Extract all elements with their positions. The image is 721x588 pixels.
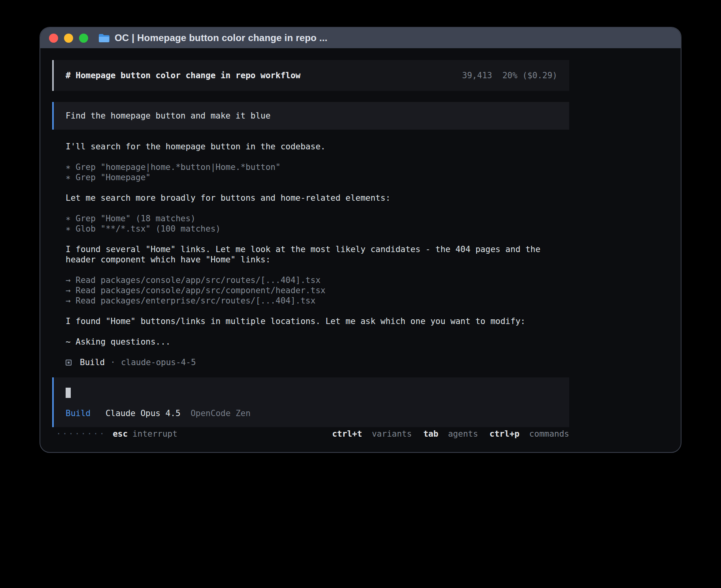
traffic-lights: [49, 34, 88, 43]
folder-icon: [98, 34, 109, 43]
tool-call-glob: ∗ Glob "**/*.tsx" (100 matches): [66, 224, 569, 234]
build-agent-icon: [66, 360, 72, 366]
shortcut-key: ctrl+p: [489, 429, 519, 439]
shortcut-action: commands: [529, 429, 569, 439]
assistant-text: I found several "Home" links. Let me loo…: [66, 244, 569, 265]
terminal-window: OC | Homepage button color change in rep…: [40, 27, 681, 453]
window-titlebar: OC | Homepage button color change in rep…: [40, 28, 681, 48]
agent-model: claude-opus-4-5: [121, 357, 196, 368]
shortcut-key: ctrl+t: [332, 429, 362, 439]
tool-call-grep: ∗ Grep "Home" (18 matches): [66, 213, 569, 224]
model-label[interactable]: Claude Opus 4.5: [106, 409, 181, 418]
shortcut-variants: ctrl+t variants: [332, 429, 412, 439]
agent-name: Build: [80, 357, 105, 368]
close-button[interactable]: [49, 34, 58, 43]
input-status-row: Build Claude Opus 4.5 OpenCode Zen: [66, 408, 557, 418]
assistant-text: I'll search for the homepage button in t…: [66, 141, 569, 152]
session-header: # Homepage button color change in repo w…: [52, 60, 569, 91]
prompt-input[interactable]: Build Claude Opus 4.5 OpenCode Zen: [52, 377, 569, 427]
shortcut-agents: tab agents: [423, 429, 478, 439]
tool-call-group: ∗ Grep "homepage|home.*button|Home.*butt…: [66, 162, 569, 183]
token-count: 39,413: [462, 70, 492, 81]
minimize-button[interactable]: [64, 34, 73, 43]
user-message: Find the homepage button and make it blu…: [52, 102, 569, 130]
shortcut-action: agents: [448, 429, 478, 439]
agent-separator: ·: [110, 357, 115, 368]
window-title: OC | Homepage button color change in rep…: [115, 32, 327, 43]
assistant-text: I found "Home" buttons/links in multiple…: [66, 316, 569, 326]
status-bar-left: ········ esc interrupt: [56, 429, 177, 439]
input-line[interactable]: [66, 388, 557, 398]
spinner-dots: ········: [56, 429, 106, 439]
tool-call-group: ∗ Grep "Home" (18 matches) ∗ Glob "**/*.…: [66, 213, 569, 234]
assistant-status-text: ~ Asking questions...: [66, 337, 569, 347]
tool-call-read: → Read packages/console/app/src/componen…: [66, 285, 569, 296]
conversation: I'll search for the homepage button in t…: [52, 141, 569, 368]
user-message-text: Find the homepage button and make it blu…: [66, 111, 270, 121]
shortcut-commands: ctrl+p commands: [489, 429, 569, 439]
agent-mode-label[interactable]: Build: [66, 409, 91, 418]
tool-call-read: → Read packages/enterprise/src/routes/[.…: [66, 296, 569, 306]
agent-status: Build · claude-opus-4-5: [66, 357, 569, 368]
context-cost: 20% ($0.29): [502, 70, 557, 81]
zoom-button[interactable]: [79, 34, 88, 43]
tool-call-grep: ∗ Grep "Homepage": [66, 172, 569, 183]
assistant-text: Let me search more broadly for buttons a…: [66, 193, 569, 203]
session-title: # Homepage button color change in repo w…: [66, 70, 300, 81]
shortcut-key: tab: [423, 429, 438, 439]
text-cursor: [66, 388, 71, 398]
status-bar: ········ esc interrupt ctrl+t variants t…: [52, 429, 569, 439]
interrupt-hint: interrupt: [132, 429, 177, 439]
shortcut-action: variants: [372, 429, 412, 439]
tool-call-group: → Read packages/console/app/src/routes/[…: [66, 275, 569, 306]
esc-key-hint: esc: [113, 429, 128, 439]
provider-label: OpenCode Zen: [191, 409, 251, 418]
status-bar-right: ctrl+t variants tab agents ctrl+p comman…: [332, 429, 569, 439]
session-stats: 39,413 20% ($0.29): [462, 70, 557, 81]
tool-call-grep: ∗ Grep "homepage|home.*button|Home.*butt…: [66, 162, 569, 172]
tool-call-read: → Read packages/console/app/src/routes/[…: [66, 275, 569, 285]
